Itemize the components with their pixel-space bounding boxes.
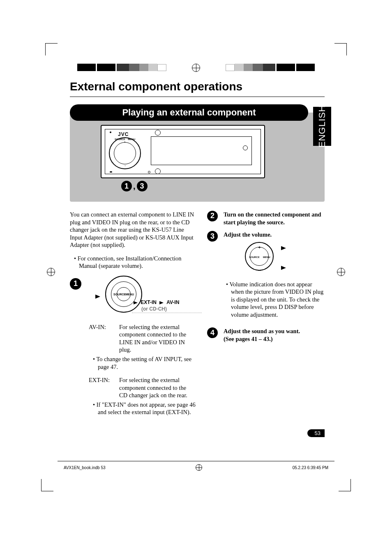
- callout-comma: ,: [133, 182, 136, 191]
- step-3-knob-illustration: +– SOURCE MENU: [243, 240, 297, 277]
- callout-badge-3: 3: [137, 181, 148, 191]
- registration-mark-icon: [192, 64, 200, 72]
- page-content: External component operations Playing an…: [70, 80, 325, 416]
- print-footer: AVX1EN_book.indb 53 05.2.23 6:39:45 PM: [64, 464, 328, 471]
- left-column: You can connect an external component to…: [70, 211, 196, 416]
- flow-extin: EXT-IN: [141, 299, 157, 305]
- step-3-text: Adjust the volume.: [224, 231, 272, 238]
- extin-definition: EXT-IN: For selecting the external compo…: [89, 376, 196, 399]
- avin-text: For selecting the external component con…: [119, 323, 196, 354]
- heading-rule: [70, 97, 325, 97]
- registration-bar-top: [0, 64, 392, 72]
- step-4-text-b: (See pages 41 – 43.): [224, 336, 273, 342]
- page-number: 53: [307, 429, 325, 437]
- page-heading: External component operations: [70, 80, 325, 93]
- registration-mark-right-icon: [337, 268, 345, 276]
- step1-flow: EXT-IN AV-IN: [132, 299, 179, 306]
- arrow-right-icon: [281, 266, 286, 270]
- flow-avin: AV-IN: [166, 299, 179, 305]
- registration-mark-footer-icon: [196, 464, 202, 471]
- device-illustration-panel: JVC + – SOURCE MENU 1 , 3: [70, 113, 325, 202]
- page-number-badge: 53: [307, 429, 325, 437]
- section-banner: Playing an external component: [70, 104, 308, 121]
- avin-definition: AV-IN: For selecting the external compon…: [89, 323, 196, 354]
- step1-knob-source-label: SOURCE: [113, 293, 126, 297]
- knob-source-label: SOURCE: [115, 138, 125, 140]
- footer-timestamp: 05.2.23 6:39:45 PM: [293, 465, 328, 470]
- footer-filename: AVX1EN_book.indb 53: [64, 465, 106, 470]
- step-3-badge: 3: [207, 231, 218, 242]
- registration-mark-left-icon: [47, 268, 55, 276]
- intro-paragraph: You can connect an external component to…: [70, 211, 196, 249]
- flow-arrow-icon: [159, 301, 164, 304]
- step-3-bullet: Volume indication does not appear when t…: [226, 281, 325, 319]
- step1-knob-menu-label: MENU: [125, 293, 134, 297]
- extin-label: EXT-IN:: [89, 376, 117, 399]
- arrow-right-icon: [95, 295, 100, 299]
- avin-bullet: To change the setting of AV INPUT, see p…: [93, 355, 196, 371]
- color-bars-left: [77, 64, 166, 71]
- step-2-text: Turn on the connected component and star…: [224, 211, 325, 226]
- device-brand: JVC: [118, 131, 129, 137]
- flow-sub: (or CD-CH): [141, 306, 167, 312]
- step3-knob-menu-label: MENU: [263, 256, 270, 259]
- color-bars-right: [226, 64, 315, 71]
- extin-bullet: If "EXT-IN" does not appear, see page 46…: [93, 401, 196, 416]
- illustration-step-callout: 1 , 3: [121, 181, 316, 191]
- flow-arrow-icon: [134, 301, 138, 304]
- step-4-text-a: Adjust the sound as you want.: [224, 328, 300, 334]
- avin-label: AV-IN:: [89, 323, 117, 354]
- step-1-knob-illustration: SOURCE MENU EXT-IN AV-IN (or CD-CH): [105, 278, 196, 319]
- right-column: 2 Turn on the connected component and st…: [207, 211, 325, 416]
- step-1-badge: 1: [70, 278, 81, 290]
- step-4-badge: 4: [207, 327, 218, 338]
- intro-bullet: For connection, see Installation/Connect…: [74, 255, 196, 270]
- callout-badge-1: 1: [121, 181, 132, 191]
- footer-rule: [58, 461, 334, 461]
- step3-knob-source-label: SOURCE: [249, 256, 260, 259]
- device-drawing: JVC + – SOURCE MENU: [101, 125, 265, 178]
- arrow-right-icon: [281, 246, 286, 250]
- step-2-badge: 2: [207, 211, 218, 221]
- extin-text: For selecting the external component con…: [119, 376, 196, 399]
- knob-menu-label: MENU: [128, 138, 135, 140]
- device-knob: + – SOURCE MENU: [109, 137, 141, 169]
